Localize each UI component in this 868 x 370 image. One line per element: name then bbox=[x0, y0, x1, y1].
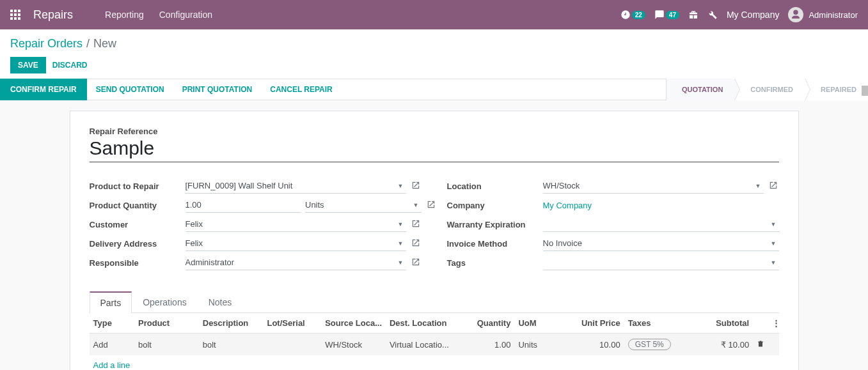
status-quotation[interactable]: Quotation bbox=[666, 79, 734, 100]
cell-dest-location[interactable]: Virtual Locatio... bbox=[386, 334, 463, 356]
topbar: Repairs Reporting Configuration 22 47 My… bbox=[0, 0, 868, 29]
chevron-down-icon[interactable]: ▼ bbox=[768, 221, 779, 227]
location-input[interactable]: WH/Stock ▼ bbox=[543, 178, 764, 194]
external-link-icon[interactable] bbox=[768, 181, 779, 192]
scrollbar[interactable] bbox=[862, 86, 868, 96]
responsible-label: Responsible bbox=[90, 258, 185, 268]
delete-row-icon[interactable] bbox=[753, 334, 768, 356]
top-menu: Reporting Configuration bbox=[105, 10, 212, 20]
form-sheet: Repair Reference Sample Product to Repai… bbox=[70, 111, 799, 370]
gift-icon[interactable] bbox=[688, 10, 698, 20]
cell-taxes[interactable]: GST 5% bbox=[624, 334, 683, 356]
cell-uom[interactable]: Units bbox=[514, 334, 566, 356]
col-product[interactable]: Product bbox=[134, 313, 199, 334]
delivery-address-input[interactable]: Felix ▼ bbox=[185, 236, 406, 251]
chevron-down-icon[interactable]: ▼ bbox=[753, 183, 764, 189]
chat-count: 47 bbox=[666, 11, 679, 19]
col-subtotal[interactable]: Subtotal bbox=[682, 313, 753, 334]
chevron-down-icon[interactable]: ▼ bbox=[395, 221, 406, 227]
product-quantity-label: Product Quantity bbox=[90, 201, 185, 210]
col-taxes[interactable]: Taxes bbox=[624, 313, 683, 334]
chevron-down-icon[interactable]: ▼ bbox=[395, 240, 406, 247]
cell-quantity[interactable]: 1.00 bbox=[463, 334, 515, 356]
external-link-icon[interactable] bbox=[410, 181, 422, 192]
location-label: Location bbox=[447, 181, 543, 191]
col-description[interactable]: Description bbox=[199, 313, 264, 334]
chevron-down-icon[interactable]: ▼ bbox=[395, 183, 406, 189]
responsible-input[interactable]: Administrator ▼ bbox=[185, 255, 406, 270]
save-discard-row: Save Discard bbox=[10, 57, 858, 73]
product-to-repair-label: Product to Repair bbox=[90, 181, 185, 191]
add-line-link[interactable]: Add a line bbox=[93, 360, 130, 370]
product-uom-input[interactable]: Units ▼ bbox=[305, 197, 422, 213]
wrench-icon[interactable] bbox=[707, 10, 718, 20]
breadcrumb-separator: / bbox=[86, 37, 90, 50]
chat-button[interactable]: 47 bbox=[654, 10, 679, 20]
activity-button[interactable]: 22 bbox=[620, 10, 645, 20]
chat-icon bbox=[654, 10, 665, 20]
col-unit-price[interactable]: Unit Price bbox=[566, 313, 624, 334]
statusbar: Quotation Confirmed Repaired bbox=[666, 79, 868, 100]
cell-lot[interactable] bbox=[263, 334, 321, 356]
cell-product[interactable]: bolt bbox=[134, 334, 199, 356]
col-dest-location[interactable]: Dest. Location bbox=[386, 313, 463, 334]
company-selector[interactable]: My Company bbox=[727, 10, 779, 20]
user-menu[interactable]: Administrator bbox=[788, 7, 858, 22]
col-type[interactable]: Type bbox=[90, 313, 135, 334]
chevron-down-icon[interactable]: ▼ bbox=[768, 259, 779, 266]
tags-label: Tags bbox=[447, 258, 543, 268]
col-uom[interactable]: UoM bbox=[514, 313, 566, 334]
tags-input[interactable]: ▼ bbox=[543, 255, 779, 270]
chevron-down-icon[interactable]: ▼ bbox=[768, 240, 779, 247]
confirm-repair-button[interactable]: Confirm Repair bbox=[0, 79, 87, 100]
app-name[interactable]: Repairs bbox=[33, 8, 73, 22]
breadcrumb: Repair Orders / New bbox=[10, 37, 858, 50]
chevron-down-icon[interactable]: ▼ bbox=[411, 202, 422, 208]
breadcrumb-root[interactable]: Repair Orders bbox=[10, 37, 83, 50]
delivery-address-label: Delivery Address bbox=[90, 239, 185, 249]
form-right-column: Location WH/Stock ▼ Company My Company bbox=[447, 176, 779, 272]
external-link-icon[interactable] bbox=[410, 238, 422, 249]
menu-configuration[interactable]: Configuration bbox=[159, 10, 212, 20]
sheet-wrapper: Repair Reference Sample Product to Repai… bbox=[0, 100, 868, 370]
tab-notes[interactable]: Notes bbox=[198, 291, 243, 313]
cell-description[interactable]: bolt bbox=[199, 334, 264, 356]
status-confirmed[interactable]: Confirmed bbox=[734, 79, 805, 100]
repair-reference-label: Repair Reference bbox=[90, 127, 779, 136]
kebab-icon[interactable]: ⋮ bbox=[768, 313, 778, 334]
menu-reporting[interactable]: Reporting bbox=[105, 10, 144, 20]
print-quotation-button[interactable]: Print Quotation bbox=[173, 79, 262, 100]
product-to-repair-input[interactable]: [FURN_0009] Wall Shelf Unit ▼ bbox=[185, 178, 406, 194]
cell-subtotal: ₹ 10.00 bbox=[682, 334, 753, 356]
external-link-icon[interactable] bbox=[410, 258, 422, 268]
warranty-input[interactable]: ▼ bbox=[543, 217, 779, 232]
cancel-repair-button[interactable]: Cancel Repair bbox=[261, 79, 342, 100]
invoice-method-input[interactable]: No Invoice ▼ bbox=[543, 236, 779, 251]
col-source-location[interactable]: Source Loca... bbox=[321, 313, 386, 334]
company-link[interactable]: My Company bbox=[543, 199, 779, 212]
customer-input[interactable]: Felix ▼ bbox=[185, 217, 406, 232]
tab-parts[interactable]: Parts bbox=[90, 291, 132, 313]
external-link-icon[interactable] bbox=[425, 200, 437, 211]
status-repaired[interactable]: Repaired bbox=[805, 79, 868, 100]
product-quantity-input[interactable]: 1.00 bbox=[185, 197, 302, 213]
company-label: Company bbox=[447, 201, 543, 210]
breadcrumb-current: New bbox=[93, 37, 116, 50]
col-lot[interactable]: Lot/Serial bbox=[263, 313, 321, 334]
send-quotation-button[interactable]: Send Quotation bbox=[87, 79, 173, 100]
cell-source-location[interactable]: WH/Stock bbox=[321, 334, 386, 356]
discard-button[interactable]: Discard bbox=[52, 61, 88, 70]
activity-count: 22 bbox=[632, 11, 645, 19]
form-left-column: Product to Repair [FURN_0009] Wall Shelf… bbox=[90, 176, 422, 272]
tab-operations[interactable]: Operations bbox=[132, 291, 197, 313]
apps-icon[interactable] bbox=[10, 10, 20, 20]
external-link-icon[interactable] bbox=[410, 219, 422, 230]
cell-unit-price[interactable]: 10.00 bbox=[566, 334, 624, 356]
col-quantity[interactable]: Quantity bbox=[463, 313, 515, 334]
save-button[interactable]: Save bbox=[10, 57, 46, 73]
repair-reference-input[interactable]: Sample bbox=[90, 137, 779, 162]
user-name: Administrator bbox=[809, 10, 858, 20]
table-row[interactable]: Add bolt bolt WH/Stock Virtual Locatio..… bbox=[90, 334, 779, 356]
cell-type[interactable]: Add bbox=[90, 334, 135, 356]
chevron-down-icon[interactable]: ▼ bbox=[395, 259, 406, 266]
